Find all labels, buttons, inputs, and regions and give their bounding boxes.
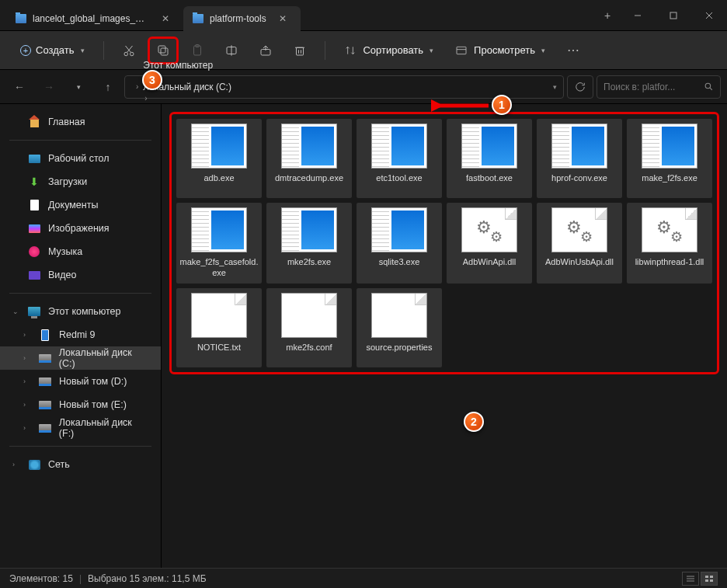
sidebar-item[interactable]: ⬇Загрузки <box>0 170 161 193</box>
file-item[interactable]: adb.exe <box>176 119 262 198</box>
tab[interactable]: platform-tools✕ <box>183 6 301 31</box>
svg-point-21 <box>705 83 711 89</box>
file-item[interactable]: fastboot.exe <box>447 119 532 198</box>
file-name: dmtracedump.exe <box>275 173 343 193</box>
create-button[interactable]: + Создать ▾ <box>11 40 94 61</box>
back-button[interactable]: ← <box>6 74 33 100</box>
file-item[interactable]: ⚙⚙libwinpthread-1.dll <box>627 203 712 284</box>
refresh-button[interactable] <box>567 75 593 99</box>
sidebar-drive[interactable]: ›Redmi 9 <box>0 323 161 346</box>
file-name: make_f2fs_casefold.exe <box>179 257 259 279</box>
sidebar-drive[interactable]: ›Локальный диск (F:) <box>0 416 161 440</box>
file-item[interactable]: hprof-conv.exe <box>537 119 622 198</box>
sidebar-drive[interactable]: ›Новый том (D:) <box>0 370 161 393</box>
folder-icon <box>193 14 203 23</box>
chevron-right-icon: › <box>23 331 31 339</box>
file-grid[interactable]: adb.exedmtracedump.exeetc1tool.exefastbo… <box>169 112 719 374</box>
disk-icon <box>39 398 51 411</box>
delete-button[interactable] <box>284 37 315 64</box>
sidebar-item[interactable]: Рабочий стол <box>0 147 161 170</box>
file-item[interactable]: make_f2fs_casefold.exe <box>176 203 262 284</box>
arrow-icon <box>431 98 490 113</box>
view-details-button[interactable] <box>682 572 699 586</box>
file-item[interactable]: ⚙⚙AdbWinUsbApi.dll <box>537 203 622 284</box>
forward-button[interactable]: → <box>36 74 62 100</box>
share-button[interactable] <box>250 37 281 64</box>
chevron-right-icon: › <box>12 461 20 468</box>
file-item[interactable]: mke2fs.conf <box>266 288 352 367</box>
file-name: fastboot.exe <box>466 173 513 193</box>
sidebar: Главная Рабочий стол⬇ЗагрузкиДокументыИз… <box>0 104 162 584</box>
sort-button[interactable]: Сортировать ▾ <box>335 44 443 57</box>
file-item[interactable]: sqlite3.exe <box>357 203 442 284</box>
search-input[interactable]: Поиск в: platfor... <box>597 75 721 99</box>
disk-icon <box>39 422 51 434</box>
dll-icon: ⚙⚙ <box>642 207 697 252</box>
network-icon <box>28 458 40 471</box>
sidebar-item[interactable]: Изображения <box>0 217 161 240</box>
search-icon <box>704 82 714 92</box>
sidebar-this-pc[interactable]: ⌄ Этот компьютер <box>0 300 161 323</box>
minimize-button[interactable] <box>620 0 656 30</box>
navbar: ← → ▾ ↑ › Этот компьютер›Локальный диск … <box>0 70 727 104</box>
maximize-button[interactable] <box>656 0 691 30</box>
toolbar: + Создать ▾ Сортировать ▾ Просмотреть ▾ … <box>0 31 727 70</box>
down-icon: ⬇ <box>28 176 40 188</box>
exe-icon <box>371 124 427 169</box>
file-name: mke2fs.exe <box>287 257 331 277</box>
sidebar-network[interactable]: › Сеть <box>0 453 161 476</box>
file-item[interactable]: etc1tool.exe <box>357 119 442 198</box>
view-icons-button[interactable] <box>701 572 718 586</box>
file-item[interactable]: dmtracedump.exe <box>266 119 352 198</box>
view-button[interactable]: Просмотреть ▾ <box>446 44 555 57</box>
sidebar-home[interactable]: Главная <box>0 110 161 134</box>
sidebar-item[interactable]: Документы <box>0 193 161 217</box>
file-name: adb.exe <box>203 173 234 193</box>
svg-rect-9 <box>158 46 165 53</box>
titlebar: lancelot_global_images_V13.0.4✕platform-… <box>0 0 727 31</box>
file-item[interactable]: NOTICE.txt <box>176 288 262 367</box>
chevron-right-icon: › <box>23 424 31 432</box>
up-button[interactable]: ↑ <box>95 74 121 100</box>
file-item[interactable]: source.properties <box>357 288 442 367</box>
exe-icon <box>281 207 337 252</box>
svg-line-22 <box>710 88 712 90</box>
sidebar-drive[interactable]: ›Новый том (E:) <box>0 393 161 416</box>
callout-1: 1 <box>492 95 512 115</box>
file-item[interactable]: mke2fs.exe <box>266 203 352 284</box>
exe-icon <box>551 124 607 169</box>
cut-button[interactable] <box>113 37 144 64</box>
recent-button[interactable]: ▾ <box>65 74 92 100</box>
chevron-down-icon: ▾ <box>541 47 545 54</box>
file-name: hprof-conv.exe <box>551 173 607 193</box>
sidebar-drive[interactable]: ›Локальный диск (C:) <box>0 346 161 370</box>
chevron-down-icon: ⌄ <box>12 308 20 315</box>
file-pane: adb.exedmtracedump.exeetc1tool.exefastbo… <box>162 104 727 584</box>
plus-icon: + <box>20 45 31 56</box>
file-item[interactable]: ⚙⚙AdbWinApi.dll <box>447 203 532 284</box>
chevron-down-icon[interactable]: ▾ <box>553 83 557 91</box>
close-button[interactable] <box>691 0 727 30</box>
paste-button[interactable] <box>182 37 213 64</box>
svg-rect-26 <box>705 576 708 578</box>
svg-rect-29 <box>710 579 713 582</box>
svg-rect-19 <box>457 47 466 54</box>
file-name: make_f2fs.exe <box>642 173 697 193</box>
phone-icon <box>39 329 51 341</box>
dll-icon: ⚙⚙ <box>551 207 607 252</box>
file-name: mke2fs.conf <box>286 343 332 363</box>
file-name: libwinpthread-1.dll <box>635 257 704 277</box>
tab-close-button[interactable]: ✕ <box>277 13 288 24</box>
more-button[interactable]: ⋯ <box>558 37 589 64</box>
img-icon <box>28 222 40 235</box>
file-item[interactable]: make_f2fs.exe <box>627 119 712 198</box>
tab-strip: lancelot_global_images_V13.0.4✕platform-… <box>0 0 590 30</box>
svg-rect-1 <box>670 12 677 19</box>
sidebar-item[interactable]: Музыка <box>0 240 161 263</box>
window-controls <box>620 0 727 30</box>
new-tab-button[interactable]: + <box>595 3 620 28</box>
svg-point-5 <box>130 52 134 56</box>
tab-close-button[interactable]: ✕ <box>160 13 171 24</box>
sidebar-item[interactable]: Видео <box>0 263 161 287</box>
tab[interactable]: lancelot_global_images_V13.0.4✕ <box>6 6 183 31</box>
